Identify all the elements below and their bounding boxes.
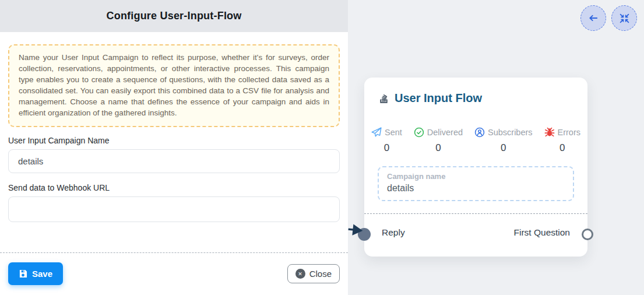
node-title: User Input Flow	[395, 92, 482, 105]
subscribers-icon	[474, 127, 485, 138]
stat-sent: Sent 0	[371, 127, 402, 154]
fit-view-icon	[620, 13, 629, 23]
stat-errors: Errors 0	[544, 127, 580, 154]
back-button[interactable]	[580, 5, 606, 31]
stack-icon	[378, 93, 389, 104]
node-footer: Reply First Question	[364, 214, 587, 238]
config-panel-body: Name your User Input Campaign to reflect…	[0, 44, 348, 222]
flow-canvas: User Input Flow Sent 0	[348, 0, 644, 295]
campaign-info-note: Name your User Input Campaign to reflect…	[8, 44, 340, 127]
save-button-label: Save	[32, 269, 52, 279]
stat-label: Delivered	[427, 128, 463, 137]
close-button-label: Close	[309, 269, 332, 279]
node-title-row: User Input Flow	[378, 92, 573, 105]
page-title: Configure User-Input-Flow	[107, 10, 242, 22]
campaign-name-label: User Input Campaign Name	[8, 136, 340, 145]
send-icon	[371, 127, 382, 138]
mouse-cursor	[348, 223, 365, 242]
campaign-name-placeholder: Campaign name	[387, 172, 565, 181]
stat-value: 0	[371, 142, 402, 154]
stat-label: Errors	[558, 128, 580, 137]
config-panel: Configure User-Input-Flow Name your User…	[0, 0, 348, 295]
campaign-name-value: details	[387, 183, 565, 194]
webhook-url-input[interactable]	[8, 196, 340, 222]
node-stats-row: Sent 0 Delivered 0	[371, 127, 580, 154]
back-arrow-icon	[588, 13, 599, 23]
delivered-check-icon	[414, 127, 424, 138]
stat-label: Subscribers	[488, 128, 533, 137]
config-panel-header: Configure User-Input-Flow	[0, 0, 348, 32]
campaign-name-input[interactable]	[8, 149, 340, 173]
save-button[interactable]: Save	[8, 262, 63, 285]
stat-value: 0	[414, 142, 463, 154]
stat-label: Sent	[385, 128, 402, 137]
config-panel-footer: Save ✕ Close	[0, 252, 348, 295]
save-floppy-icon	[19, 269, 27, 278]
close-button[interactable]: ✕ Close	[287, 264, 340, 283]
node-campaign-name-box: Campaign name details	[378, 166, 574, 201]
close-icon: ✕	[295, 269, 305, 279]
stat-subscribers: Subscribers 0	[474, 127, 533, 154]
first-question-handle-label: First Question	[514, 227, 570, 238]
stat-value: 0	[544, 142, 580, 154]
stat-value: 0	[474, 142, 533, 154]
errors-bug-icon	[544, 127, 555, 138]
fit-view-button[interactable]	[611, 5, 637, 31]
stat-delivered: Delivered 0	[414, 127, 463, 154]
canvas-controls	[580, 5, 637, 31]
first-question-source-handle[interactable]	[582, 229, 593, 240]
webhook-url-label: Send data to Webhook URL	[8, 183, 340, 192]
user-input-flow-node[interactable]: User Input Flow Sent 0	[364, 78, 587, 257]
reply-handle-label: Reply	[382, 227, 405, 238]
configure-user-input-flow-screen: Configure User-Input-Flow Name your User…	[0, 0, 644, 295]
